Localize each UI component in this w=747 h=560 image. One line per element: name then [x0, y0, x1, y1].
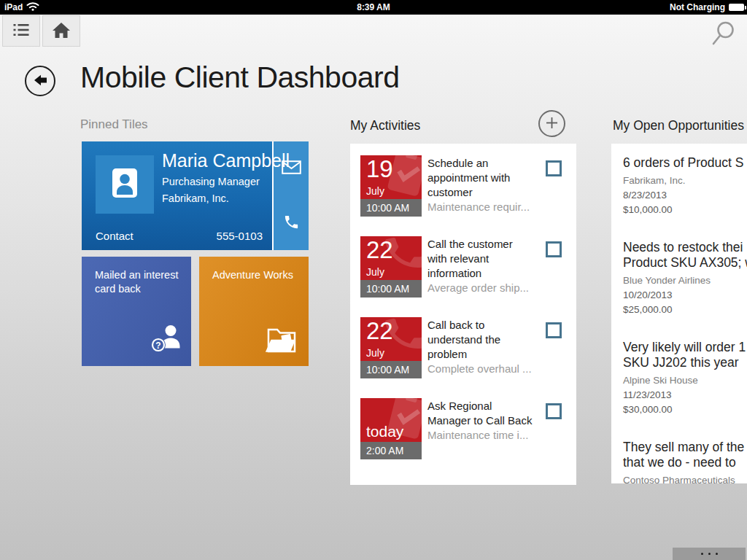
- account-tile-label: Adventure Works: [199, 257, 309, 282]
- opportunity-list-item[interactable]: Very likely will order 1 SKU JJ202 this …: [623, 340, 747, 417]
- activity-title: Schedule an appointment with customer: [427, 156, 538, 200]
- opportunity-list-item[interactable]: They sell many of the that we do - need …: [623, 440, 747, 483]
- task-icon: [384, 398, 422, 442]
- opportunity-company: Contoso Pharmaceuticals: [623, 473, 747, 483]
- device-label: iPad: [4, 2, 23, 12]
- app-bar-more-button[interactable]: [673, 548, 746, 560]
- home-button[interactable]: [42, 15, 80, 47]
- back-arrow-icon: [31, 72, 49, 90]
- phone-icon: [283, 214, 300, 233]
- opportunity-date: 11/23/2013: [623, 388, 747, 402]
- home-icon: [52, 22, 71, 41]
- ellipsis-icon: [701, 553, 703, 555]
- opportunity-company: Blue Yonder Airlines: [623, 273, 747, 288]
- activity-title: Call back to understand the problem: [427, 318, 538, 362]
- opportunities-panel: 6 orders of Product S Fabrikam, Inc. 8/2…: [611, 144, 747, 483]
- activity-checkbox[interactable]: [546, 241, 562, 257]
- opportunity-list-item[interactable]: Needs to restock thei Product SKU AX305;…: [623, 240, 747, 317]
- activity-date-tile: 22 July 10:00 AM: [360, 317, 422, 378]
- opportunity-title: Very likely will order 1 SKU JJ202 this …: [623, 340, 747, 370]
- activity-time: 10:00 AM: [360, 280, 422, 298]
- opportunity-title: They sell many of the that we do - need …: [623, 440, 747, 470]
- pinned-tile-lead[interactable]: Mailed an interest card back ?: [82, 257, 191, 366]
- phone-call-icon: [382, 317, 422, 360]
- contact-role: Purchasing Manager: [162, 176, 260, 187]
- activity-list-item[interactable]: today 2:00 AM Ask Regional Manager to Ca…: [360, 398, 576, 459]
- activity-date-tile: today 2:00 AM: [360, 398, 422, 459]
- opportunity-date: 10/20/2013: [623, 288, 747, 303]
- lead-question-icon: ?: [150, 323, 182, 357]
- opportunity-date: 8/23/2013: [623, 188, 747, 203]
- lead-tile-label: Mailed an interest card back: [82, 257, 191, 296]
- opportunity-company: Alpine Ski House: [623, 373, 747, 388]
- activity-checkbox[interactable]: [546, 160, 562, 176]
- contact-badge-icon: [108, 166, 142, 203]
- opportunity-list-item[interactable]: 6 orders of Product S Fabrikam, Inc. 8/2…: [623, 155, 747, 217]
- open-folder-icon: [266, 327, 299, 357]
- activity-list-item[interactable]: 22 July 10:00 AM Call back to understand…: [360, 317, 576, 378]
- contact-card-body[interactable]: Maria Campbell Purchasing Manager Fabrik…: [82, 141, 272, 250]
- activity-list-item[interactable]: 22 July 10:00 AM Call the customer with …: [360, 236, 576, 298]
- battery-icon: [729, 4, 744, 11]
- activity-time: 10:00 AM: [360, 361, 422, 378]
- activity-subtitle: Maintenance requir...: [427, 200, 538, 214]
- activity-time: 2:00 AM: [360, 442, 422, 459]
- activity-subtitle: Average order ship...: [427, 281, 538, 295]
- page-title: Mobile Client Dashboard: [80, 61, 399, 95]
- opportunity-title: 6 orders of Product S: [623, 155, 747, 171]
- activity-checkbox[interactable]: [546, 322, 562, 338]
- contact-company: Fabrikam, Inc.: [162, 192, 229, 204]
- phone-call-icon: [382, 236, 422, 279]
- call-contact-button[interactable]: [274, 196, 309, 251]
- add-activity-button[interactable]: [538, 110, 565, 137]
- search-button[interactable]: [709, 20, 737, 48]
- contact-avatar: [96, 155, 154, 214]
- contact-entity-label: Contact: [96, 230, 133, 242]
- activity-subtitle: Complete overhaul ...: [427, 362, 538, 376]
- activities-section-title: My Activities: [350, 118, 420, 133]
- opportunity-revenue: $10,000.00: [623, 203, 747, 217]
- activity-subtitle: Maintenance time i...: [427, 428, 538, 443]
- activity-time: 10:00 AM: [360, 199, 422, 217]
- wifi-icon: [26, 1, 39, 13]
- pinned-tiles-section-title: Pinned Tiles: [80, 117, 148, 132]
- screen: 8:39 AM iPad Not Charging: [0, 0, 747, 560]
- contact-phone-number: 555-0103: [217, 230, 263, 242]
- svg-text:?: ?: [155, 341, 160, 351]
- activity-date-tile: 19 July 10:00 AM: [360, 155, 422, 217]
- status-time: 8:39 AM: [0, 0, 747, 15]
- list-icon: [12, 23, 30, 39]
- activities-panel: 19 July 10:00 AM Schedule an appointment…: [350, 144, 576, 485]
- activity-title: Ask Regional Manager to Call Back: [427, 399, 538, 428]
- ios-status-bar: 8:39 AM iPad Not Charging: [0, 0, 747, 15]
- activity-checkbox[interactable]: [546, 403, 562, 419]
- search-icon: [711, 20, 735, 49]
- back-button[interactable]: [25, 66, 55, 96]
- activity-date-tile: 22 July 10:00 AM: [360, 236, 422, 298]
- opportunity-title: Needs to restock thei Product SKU AX305;…: [623, 240, 747, 271]
- opportunity-revenue: $30,000.00: [623, 402, 747, 417]
- opportunities-section-title: My Open Opportunities: [613, 118, 744, 133]
- pinned-tile-account[interactable]: Adventure Works: [199, 257, 309, 366]
- task-icon: [384, 155, 422, 199]
- battery-status-label: Not Charging: [670, 2, 725, 12]
- pinned-contact-card[interactable]: Maria Campbell Purchasing Manager Fabrik…: [82, 141, 309, 250]
- contact-name: Maria Campbell: [162, 150, 290, 171]
- list-view-button[interactable]: [2, 15, 40, 47]
- activity-list-item[interactable]: 19 July 10:00 AM Schedule an appointment…: [360, 155, 576, 217]
- opportunity-revenue: $25,000.00: [623, 303, 747, 317]
- activity-title: Call the customer with relevant informat…: [427, 237, 538, 281]
- opportunity-company: Fabrikam, Inc.: [623, 174, 747, 188]
- plus-icon: [546, 117, 558, 131]
